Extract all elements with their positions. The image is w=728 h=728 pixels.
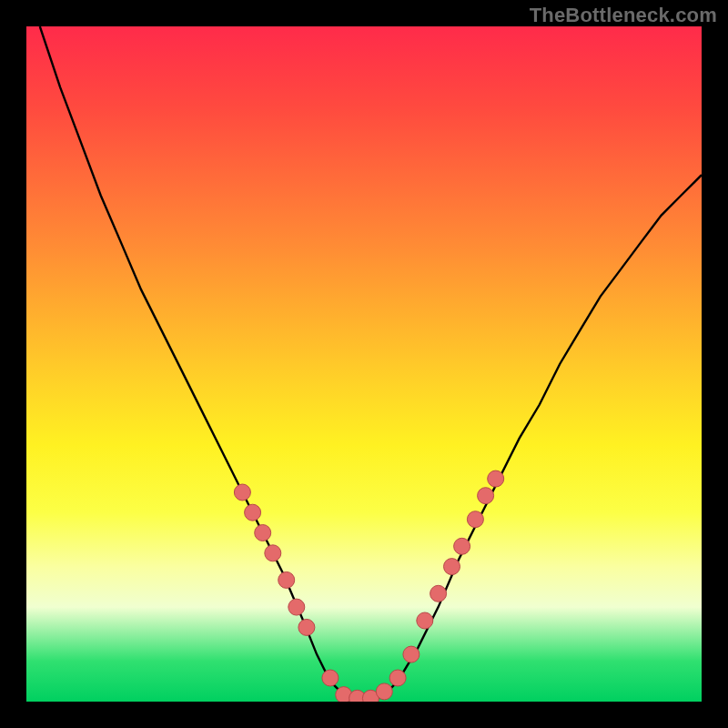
watermark-text: TheBottleneck.com <box>530 4 717 27</box>
marker-dot <box>430 585 447 602</box>
marker-dot <box>478 488 494 504</box>
marker-dot <box>322 670 339 686</box>
marker-dot <box>288 599 305 615</box>
marker-dot <box>245 504 261 521</box>
marker-dot <box>403 646 420 662</box>
bottleneck-curve <box>40 26 702 702</box>
marker-dot <box>454 538 470 554</box>
marker-dot <box>389 670 406 686</box>
marker-dot <box>278 571 295 588</box>
marker-group <box>234 470 503 702</box>
marker-dot <box>298 619 315 635</box>
marker-dot <box>417 612 433 629</box>
marker-dot <box>234 484 250 500</box>
marker-dot <box>488 470 504 487</box>
marker-dot <box>265 545 281 561</box>
chart-overlay <box>26 26 702 702</box>
marker-dot <box>376 683 392 700</box>
marker-dot <box>467 511 483 528</box>
marker-dot <box>255 525 271 541</box>
marker-dot <box>444 559 460 575</box>
